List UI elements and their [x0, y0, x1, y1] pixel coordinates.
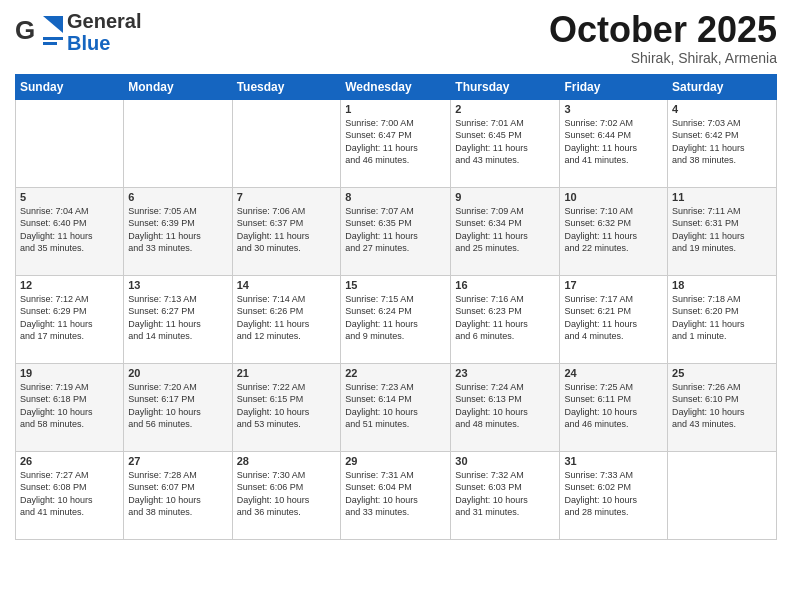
table-row: 2Sunrise: 7:01 AM Sunset: 6:45 PM Daylig…	[451, 99, 560, 187]
table-row: 10Sunrise: 7:10 AM Sunset: 6:32 PM Dayli…	[560, 187, 668, 275]
day-info: Sunrise: 7:01 AM Sunset: 6:45 PM Dayligh…	[455, 117, 555, 167]
table-row: 17Sunrise: 7:17 AM Sunset: 6:21 PM Dayli…	[560, 275, 668, 363]
day-info: Sunrise: 7:02 AM Sunset: 6:44 PM Dayligh…	[564, 117, 663, 167]
table-row: 28Sunrise: 7:30 AM Sunset: 6:06 PM Dayli…	[232, 451, 341, 539]
table-row: 23Sunrise: 7:24 AM Sunset: 6:13 PM Dayli…	[451, 363, 560, 451]
day-number: 28	[237, 455, 337, 467]
table-row: 27Sunrise: 7:28 AM Sunset: 6:07 PM Dayli…	[124, 451, 232, 539]
day-info: Sunrise: 7:15 AM Sunset: 6:24 PM Dayligh…	[345, 293, 446, 343]
day-info: Sunrise: 7:13 AM Sunset: 6:27 PM Dayligh…	[128, 293, 227, 343]
day-info: Sunrise: 7:09 AM Sunset: 6:34 PM Dayligh…	[455, 205, 555, 255]
table-row: 9Sunrise: 7:09 AM Sunset: 6:34 PM Daylig…	[451, 187, 560, 275]
day-number: 24	[564, 367, 663, 379]
table-row: 4Sunrise: 7:03 AM Sunset: 6:42 PM Daylig…	[668, 99, 777, 187]
col-thursday: Thursday	[451, 74, 560, 99]
col-saturday: Saturday	[668, 74, 777, 99]
col-friday: Friday	[560, 74, 668, 99]
table-row: 14Sunrise: 7:14 AM Sunset: 6:26 PM Dayli…	[232, 275, 341, 363]
col-tuesday: Tuesday	[232, 74, 341, 99]
table-row	[16, 99, 124, 187]
day-info: Sunrise: 7:19 AM Sunset: 6:18 PM Dayligh…	[20, 381, 119, 431]
day-info: Sunrise: 7:17 AM Sunset: 6:21 PM Dayligh…	[564, 293, 663, 343]
day-info: Sunrise: 7:25 AM Sunset: 6:11 PM Dayligh…	[564, 381, 663, 431]
table-row	[124, 99, 232, 187]
day-info: Sunrise: 7:06 AM Sunset: 6:37 PM Dayligh…	[237, 205, 337, 255]
day-info: Sunrise: 7:18 AM Sunset: 6:20 PM Dayligh…	[672, 293, 772, 343]
table-row: 12Sunrise: 7:12 AM Sunset: 6:29 PM Dayli…	[16, 275, 124, 363]
day-number: 8	[345, 191, 446, 203]
day-number: 9	[455, 191, 555, 203]
col-monday: Monday	[124, 74, 232, 99]
day-info: Sunrise: 7:05 AM Sunset: 6:39 PM Dayligh…	[128, 205, 227, 255]
calendar-table: Sunday Monday Tuesday Wednesday Thursday…	[15, 74, 777, 540]
table-row: 29Sunrise: 7:31 AM Sunset: 6:04 PM Dayli…	[341, 451, 451, 539]
day-info: Sunrise: 7:14 AM Sunset: 6:26 PM Dayligh…	[237, 293, 337, 343]
day-number: 20	[128, 367, 227, 379]
table-row: 5Sunrise: 7:04 AM Sunset: 6:40 PM Daylig…	[16, 187, 124, 275]
table-row: 3Sunrise: 7:02 AM Sunset: 6:44 PM Daylig…	[560, 99, 668, 187]
day-info: Sunrise: 7:28 AM Sunset: 6:07 PM Dayligh…	[128, 469, 227, 519]
day-number: 3	[564, 103, 663, 115]
calendar-week-row: 26Sunrise: 7:27 AM Sunset: 6:08 PM Dayli…	[16, 451, 777, 539]
table-row: 25Sunrise: 7:26 AM Sunset: 6:10 PM Dayli…	[668, 363, 777, 451]
day-number: 6	[128, 191, 227, 203]
table-row: 30Sunrise: 7:32 AM Sunset: 6:03 PM Dayli…	[451, 451, 560, 539]
table-row: 8Sunrise: 7:07 AM Sunset: 6:35 PM Daylig…	[341, 187, 451, 275]
day-number: 17	[564, 279, 663, 291]
day-info: Sunrise: 7:26 AM Sunset: 6:10 PM Dayligh…	[672, 381, 772, 431]
day-number: 5	[20, 191, 119, 203]
day-info: Sunrise: 7:03 AM Sunset: 6:42 PM Dayligh…	[672, 117, 772, 167]
day-number: 25	[672, 367, 772, 379]
day-number: 31	[564, 455, 663, 467]
month-title: October 2025	[549, 10, 777, 50]
day-number: 15	[345, 279, 446, 291]
logo-general-text: General	[67, 10, 141, 32]
day-info: Sunrise: 7:12 AM Sunset: 6:29 PM Dayligh…	[20, 293, 119, 343]
table-row: 31Sunrise: 7:33 AM Sunset: 6:02 PM Dayli…	[560, 451, 668, 539]
day-info: Sunrise: 7:07 AM Sunset: 6:35 PM Dayligh…	[345, 205, 446, 255]
table-row: 22Sunrise: 7:23 AM Sunset: 6:14 PM Dayli…	[341, 363, 451, 451]
day-info: Sunrise: 7:32 AM Sunset: 6:03 PM Dayligh…	[455, 469, 555, 519]
calendar-week-row: 5Sunrise: 7:04 AM Sunset: 6:40 PM Daylig…	[16, 187, 777, 275]
table-row: 19Sunrise: 7:19 AM Sunset: 6:18 PM Dayli…	[16, 363, 124, 451]
calendar-week-row: 1Sunrise: 7:00 AM Sunset: 6:47 PM Daylig…	[16, 99, 777, 187]
table-row: 15Sunrise: 7:15 AM Sunset: 6:24 PM Dayli…	[341, 275, 451, 363]
table-row: 13Sunrise: 7:13 AM Sunset: 6:27 PM Dayli…	[124, 275, 232, 363]
svg-marker-1	[43, 16, 63, 33]
col-wednesday: Wednesday	[341, 74, 451, 99]
location: Shirak, Shirak, Armenia	[549, 50, 777, 66]
day-number: 22	[345, 367, 446, 379]
day-info: Sunrise: 7:00 AM Sunset: 6:47 PM Dayligh…	[345, 117, 446, 167]
day-number: 2	[455, 103, 555, 115]
day-number: 26	[20, 455, 119, 467]
day-number: 14	[237, 279, 337, 291]
title-section: October 2025 Shirak, Shirak, Armenia	[549, 10, 777, 66]
logo-blue-text: Blue	[67, 32, 141, 54]
svg-rect-2	[43, 37, 63, 40]
day-number: 27	[128, 455, 227, 467]
day-info: Sunrise: 7:11 AM Sunset: 6:31 PM Dayligh…	[672, 205, 772, 255]
header: G General Blue October 2025 Shirak, Shir…	[15, 10, 777, 66]
day-info: Sunrise: 7:22 AM Sunset: 6:15 PM Dayligh…	[237, 381, 337, 431]
day-number: 10	[564, 191, 663, 203]
day-info: Sunrise: 7:16 AM Sunset: 6:23 PM Dayligh…	[455, 293, 555, 343]
day-info: Sunrise: 7:30 AM Sunset: 6:06 PM Dayligh…	[237, 469, 337, 519]
table-row: 6Sunrise: 7:05 AM Sunset: 6:39 PM Daylig…	[124, 187, 232, 275]
day-number: 7	[237, 191, 337, 203]
page: G General Blue October 2025 Shirak, Shir…	[0, 0, 792, 612]
day-info: Sunrise: 7:20 AM Sunset: 6:17 PM Dayligh…	[128, 381, 227, 431]
day-info: Sunrise: 7:33 AM Sunset: 6:02 PM Dayligh…	[564, 469, 663, 519]
calendar-week-row: 19Sunrise: 7:19 AM Sunset: 6:18 PM Dayli…	[16, 363, 777, 451]
day-number: 23	[455, 367, 555, 379]
day-number: 11	[672, 191, 772, 203]
day-number: 18	[672, 279, 772, 291]
day-number: 13	[128, 279, 227, 291]
logo-icon: G	[15, 11, 65, 53]
day-number: 29	[345, 455, 446, 467]
table-row: 20Sunrise: 7:20 AM Sunset: 6:17 PM Dayli…	[124, 363, 232, 451]
table-row: 21Sunrise: 7:22 AM Sunset: 6:15 PM Dayli…	[232, 363, 341, 451]
day-info: Sunrise: 7:10 AM Sunset: 6:32 PM Dayligh…	[564, 205, 663, 255]
table-row: 11Sunrise: 7:11 AM Sunset: 6:31 PM Dayli…	[668, 187, 777, 275]
svg-text:G: G	[15, 15, 35, 45]
day-number: 1	[345, 103, 446, 115]
